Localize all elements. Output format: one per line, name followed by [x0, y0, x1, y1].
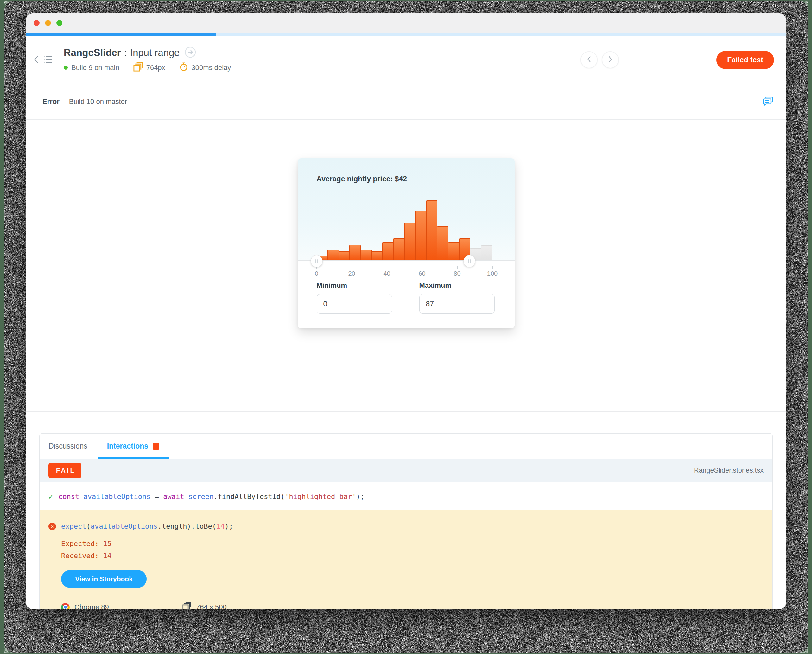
- highlighted-bar: [372, 251, 383, 261]
- active-tab-underline: [98, 457, 169, 459]
- delay-meta: 300ms delay: [179, 63, 231, 73]
- tabs: Discussions Interactions: [40, 434, 772, 459]
- previous-story-button[interactable]: [581, 51, 598, 68]
- x-tick-label: 60: [418, 270, 425, 277]
- chevron-right-icon: [607, 56, 613, 64]
- test-status-bar: FAIL RangeSlider.stories.tsx: [40, 459, 772, 483]
- maximum-input[interactable]: [419, 294, 495, 314]
- tab-discussions[interactable]: Discussions: [49, 434, 87, 459]
- x-axis: 020406080100: [298, 261, 515, 280]
- highlighted-bar: [448, 243, 460, 261]
- error-bar: Error Build 10 on master: [26, 84, 786, 120]
- check-icon: ✓: [49, 492, 53, 501]
- viewport-size-info: 764 x 500: [182, 602, 763, 610]
- comments-button[interactable]: [763, 96, 773, 107]
- x-tick-mark: [457, 266, 457, 269]
- failed-test-button[interactable]: Failed test: [716, 51, 774, 69]
- stopwatch-icon: [179, 63, 188, 73]
- slider-handle-min[interactable]: [311, 255, 323, 267]
- chevron-left-icon: [586, 56, 592, 64]
- highlighted-bar: [382, 243, 394, 261]
- build-progress-fill: [26, 33, 216, 36]
- zoom-window-button[interactable]: [57, 20, 63, 26]
- highlighted-bar: [327, 250, 339, 261]
- failed-assertion-row: ✕ expect(availableOptions.length).toBe(1…: [49, 522, 763, 530]
- range-separator: –: [392, 298, 419, 314]
- x-tick-mark: [422, 266, 422, 269]
- x-tick-label: 40: [383, 270, 390, 277]
- histogram-panel: Average nightly price: $42: [298, 158, 515, 261]
- story-header: RangeSlider : Input range Build 9 on mai…: [26, 36, 786, 84]
- code-line: const availableOptions = await screen.fi…: [58, 492, 364, 500]
- stories-file-label: RangeSlider.stories.tsx: [694, 467, 763, 475]
- story-name: Input range: [130, 47, 180, 58]
- x-tick-label: 80: [454, 270, 460, 277]
- x-tick-mark: [352, 266, 352, 269]
- minimum-input[interactable]: [317, 294, 392, 314]
- chart-title: Average nightly price: $42: [317, 175, 407, 183]
- highlighted-bar: [404, 223, 416, 261]
- app-window: RangeSlider : Input range Build 9 on mai…: [26, 13, 786, 610]
- feedback-panel: Discussions Interactions FAIL RangeSlide…: [39, 433, 773, 610]
- highlighted-bar: [415, 211, 427, 261]
- passed-step-row: ✓ const availableOptions = await screen.…: [40, 483, 772, 510]
- fail-status-badge: FAIL: [49, 463, 81, 478]
- go-to-story-icon[interactable]: [185, 47, 196, 59]
- error-x-icon: ✕: [49, 523, 56, 530]
- received-value: Received: 14: [61, 552, 112, 560]
- highlighted-bar: [349, 245, 361, 261]
- build-status: Build 9 on main: [64, 64, 119, 72]
- desktop-background: RangeSlider : Input range Build 9 on mai…: [0, 0, 812, 654]
- viewport-layers-icon: [182, 602, 191, 610]
- browser-info: Chrome 89: [61, 602, 182, 610]
- x-tick-label: 0: [315, 270, 318, 277]
- highlighted-bar: [360, 250, 372, 261]
- close-window-button[interactable]: [34, 20, 40, 26]
- failed-step-panel: ✕ expect(availableOptions.length).toBe(1…: [40, 510, 772, 610]
- next-story-button[interactable]: [602, 51, 619, 68]
- environment-info: Chrome 89 764 x 500 Linux Amazon Linux 2: [61, 602, 763, 610]
- chrome-icon: [61, 603, 70, 610]
- back-button[interactable]: [33, 55, 40, 64]
- story-preview-canvas: Average nightly price: $42 020406080100 …: [26, 158, 786, 411]
- x-tick-label: 20: [348, 270, 355, 277]
- unselected-bar: [481, 245, 492, 261]
- view-in-storybook-button[interactable]: View in Storybook: [61, 570, 147, 588]
- error-build-label: Build 10 on master: [69, 98, 127, 106]
- code-line: expect(availableOptions.length).toBe(14)…: [61, 522, 233, 530]
- highlighted-bar: [426, 200, 438, 261]
- tab-interactions[interactable]: Interactions: [98, 434, 169, 459]
- viewport-meta: 764px: [133, 62, 165, 73]
- assertion-result: Expected: 15Received: 14: [61, 538, 763, 562]
- titlebar: [26, 13, 786, 33]
- build-progress-track: [26, 33, 786, 36]
- highlighted-bar: [437, 226, 448, 261]
- story-title: RangeSlider : Input range: [64, 47, 231, 59]
- x-tick-mark: [387, 266, 387, 269]
- interactions-fail-badge-icon: [153, 443, 159, 449]
- list-icon: [43, 55, 52, 64]
- component-name: RangeSlider: [64, 47, 121, 58]
- minimize-window-button[interactable]: [45, 20, 51, 26]
- highlighted-bar: [393, 238, 405, 261]
- x-tick-label: 100: [487, 270, 497, 277]
- minimum-label: Minimum: [317, 281, 392, 290]
- x-tick-mark: [492, 266, 493, 269]
- expected-value: Expected: 15: [61, 540, 112, 548]
- error-label: Error: [43, 98, 60, 106]
- range-form: Minimum – Maximum: [298, 280, 515, 328]
- maximum-label: Maximum: [419, 281, 495, 290]
- highlighted-bar: [338, 251, 350, 261]
- story-list-button[interactable]: [43, 55, 52, 64]
- histogram: [317, 197, 492, 261]
- viewport-layers-icon: [133, 62, 143, 73]
- range-slider-component: Average nightly price: $42 020406080100 …: [298, 158, 515, 328]
- comment-bubbles-icon: [763, 96, 773, 107]
- chevron-left-icon: [33, 55, 40, 64]
- build-status-dot-icon: [64, 66, 68, 70]
